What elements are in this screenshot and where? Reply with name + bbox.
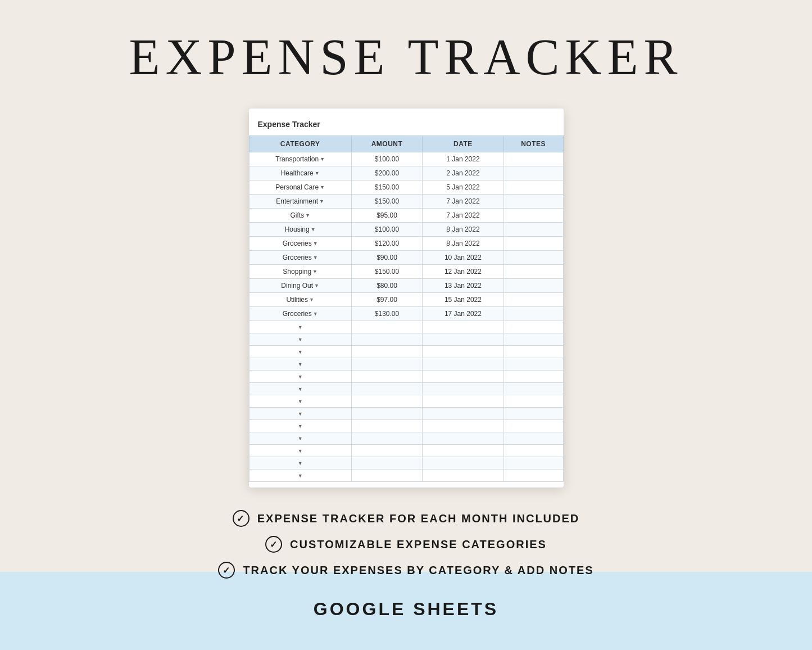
dropdown-arrow-icon[interactable]: ▼ — [298, 473, 303, 479]
table-row: Personal Care▼$150.005 Jan 2022 — [249, 180, 563, 195]
col-header-notes: NOTES — [503, 136, 563, 152]
dropdown-arrow-icon[interactable]: ▼ — [298, 436, 303, 441]
cell-category[interactable]: Groceries▼ — [249, 307, 351, 321]
dropdown-arrow-icon[interactable]: ▼ — [312, 269, 317, 274]
empty-row: ▼ — [249, 346, 563, 358]
dropdown-arrow-icon[interactable]: ▼ — [298, 411, 303, 417]
expense-table: CATEGORY AMOUNT DATE NOTES Transportatio… — [249, 136, 564, 482]
dropdown-arrow-icon[interactable]: ▼ — [298, 423, 303, 429]
table-row: Dining Out▼$80.0013 Jan 2022 — [249, 279, 563, 293]
cell-category[interactable]: Gifts▼ — [249, 209, 351, 223]
category-label: Gifts — [290, 211, 304, 219]
cell-amount: $120.00 — [351, 237, 422, 251]
col-header-date: DATE — [423, 136, 503, 152]
category-label: Healthcare — [281, 169, 314, 177]
empty-row: ▼ — [249, 408, 563, 420]
cell-category[interactable]: Groceries▼ — [249, 237, 351, 251]
dropdown-arrow-icon[interactable]: ▼ — [298, 362, 303, 367]
table-row: Shopping▼$150.0012 Jan 2022 — [249, 265, 563, 279]
cell-notes — [503, 237, 563, 251]
dropdown-arrow-icon[interactable]: ▼ — [320, 184, 325, 190]
category-label: Utilities — [286, 296, 308, 304]
empty-row: ▼ — [249, 432, 563, 445]
feature-label: EXPENSE TRACKER FOR EACH MONTH INCLUDED — [257, 512, 580, 525]
table-row: Gifts▼$95.007 Jan 2022 — [249, 209, 563, 223]
cell-notes — [503, 279, 563, 293]
cell-notes — [503, 209, 563, 223]
feature-label: TRACK YOUR EXPENSES BY CATEGORY & ADD NO… — [243, 564, 593, 577]
cell-notes — [503, 307, 563, 321]
cell-category[interactable]: Utilities▼ — [249, 293, 351, 307]
col-header-category: CATEGORY — [249, 136, 351, 152]
table-row: Groceries▼$90.0010 Jan 2022 — [249, 251, 563, 265]
table-row: Entertainment▼$150.007 Jan 2022 — [249, 195, 563, 209]
cell-category[interactable]: Shopping▼ — [249, 265, 351, 279]
cell-date: 8 Jan 2022 — [423, 237, 503, 251]
cell-category[interactable]: Housing▼ — [249, 223, 351, 237]
cell-notes — [503, 293, 563, 307]
empty-row: ▼ — [249, 383, 563, 395]
empty-row: ▼ — [249, 321, 563, 333]
dropdown-arrow-icon[interactable]: ▼ — [319, 198, 324, 204]
check-circle-icon: ✓ — [265, 536, 282, 553]
check-circle-icon: ✓ — [218, 562, 235, 579]
cell-date: 1 Jan 2022 — [423, 152, 503, 166]
cell-category[interactable]: Groceries▼ — [249, 251, 351, 265]
table-row: Groceries▼$120.008 Jan 2022 — [249, 237, 563, 251]
empty-row: ▼ — [249, 420, 563, 432]
features-section: ✓EXPENSE TRACKER FOR EACH MONTH INCLUDED… — [218, 510, 593, 579]
empty-row: ▼ — [249, 470, 563, 482]
cell-amount: $95.00 — [351, 209, 422, 223]
footer-label: GOOGLE SHEETS — [314, 599, 498, 620]
cell-category[interactable]: Transportation▼ — [249, 152, 351, 166]
dropdown-arrow-icon[interactable]: ▼ — [305, 213, 310, 218]
dropdown-arrow-icon[interactable]: ▼ — [314, 283, 319, 288]
cell-notes — [503, 152, 563, 166]
empty-row: ▼ — [249, 445, 563, 457]
cell-date: 15 Jan 2022 — [423, 293, 503, 307]
dropdown-arrow-icon[interactable]: ▼ — [313, 241, 318, 246]
empty-row: ▼ — [249, 395, 563, 408]
dropdown-arrow-icon[interactable]: ▼ — [315, 170, 320, 176]
category-label: Dining Out — [281, 282, 313, 290]
dropdown-arrow-icon[interactable]: ▼ — [298, 337, 303, 342]
cell-category[interactable]: Healthcare▼ — [249, 166, 351, 180]
dropdown-arrow-icon[interactable]: ▼ — [298, 448, 303, 454]
cell-notes — [503, 195, 563, 209]
cell-notes — [503, 223, 563, 237]
table-row: Utilities▼$97.0015 Jan 2022 — [249, 293, 563, 307]
dropdown-arrow-icon[interactable]: ▼ — [313, 255, 318, 260]
dropdown-arrow-icon[interactable]: ▼ — [298, 349, 303, 355]
spreadsheet-preview: Expense Tracker CATEGORY AMOUNT DATE NOT… — [249, 109, 564, 487]
table-row: Healthcare▼$200.002 Jan 2022 — [249, 166, 563, 180]
dropdown-arrow-icon[interactable]: ▼ — [298, 386, 303, 392]
category-label: Transportation — [275, 155, 319, 163]
cell-amount: $200.00 — [351, 166, 422, 180]
cell-date: 7 Jan 2022 — [423, 209, 503, 223]
dropdown-arrow-icon[interactable]: ▼ — [320, 156, 325, 162]
dropdown-arrow-icon[interactable]: ▼ — [298, 324, 303, 330]
dropdown-arrow-icon[interactable]: ▼ — [313, 311, 318, 317]
cell-amount: $80.00 — [351, 279, 422, 293]
empty-row: ▼ — [249, 457, 563, 470]
cell-category[interactable]: Entertainment▼ — [249, 195, 351, 209]
cell-date: 17 Jan 2022 — [423, 307, 503, 321]
table-row: Groceries▼$130.0017 Jan 2022 — [249, 307, 563, 321]
page-title: EXPENSE TRACKER — [129, 28, 683, 86]
table-row: Transportation▼$100.001 Jan 2022 — [249, 152, 563, 166]
cell-date: 10 Jan 2022 — [423, 251, 503, 265]
category-label: Groceries — [283, 240, 312, 247]
cell-amount: $90.00 — [351, 251, 422, 265]
category-label: Groceries — [283, 254, 312, 261]
cell-category[interactable]: Personal Care▼ — [249, 180, 351, 195]
cell-date: 2 Jan 2022 — [423, 166, 503, 180]
dropdown-arrow-icon[interactable]: ▼ — [309, 297, 314, 303]
dropdown-arrow-icon[interactable]: ▼ — [311, 227, 316, 232]
dropdown-arrow-icon[interactable]: ▼ — [298, 399, 303, 404]
category-label: Housing — [285, 225, 310, 233]
dropdown-arrow-icon[interactable]: ▼ — [298, 374, 303, 380]
cell-category[interactable]: Dining Out▼ — [249, 279, 351, 293]
cell-amount: $150.00 — [351, 265, 422, 279]
cell-amount: $97.00 — [351, 293, 422, 307]
dropdown-arrow-icon[interactable]: ▼ — [298, 461, 303, 466]
